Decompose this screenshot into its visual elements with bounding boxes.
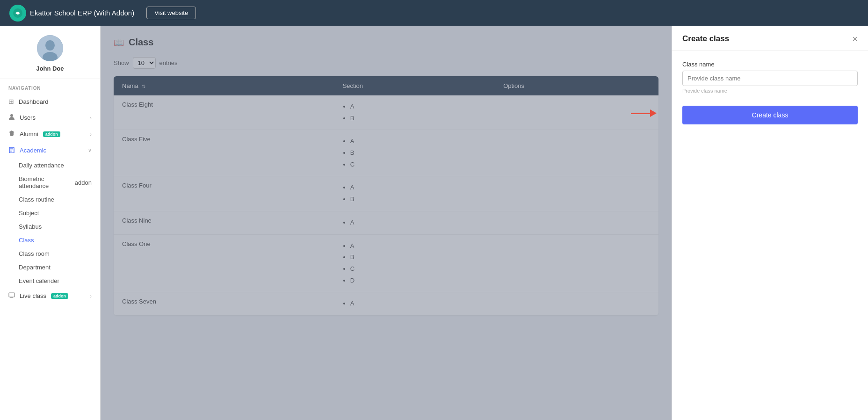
chevron-right-icon: › [90, 131, 92, 137]
academic-icon [8, 146, 15, 154]
sidebar-item-live-class[interactable]: Live class addon › [0, 288, 100, 304]
sidebar-subitem-syllabus[interactable]: Syllabus [0, 220, 100, 233]
sidebar-item-academic[interactable]: Academic ∨ [0, 142, 100, 159]
navbar: Ekattor School ERP (With Addon) Visit we… [0, 0, 868, 26]
sidebar-subitem-daily-attendance[interactable]: Daily attendance [0, 159, 100, 172]
users-icon [8, 114, 15, 122]
class-name-group: Class name Provide class name [682, 61, 858, 94]
sidebar-profile: John Doe [0, 26, 100, 79]
alumni-icon [8, 130, 15, 138]
arrow-head [650, 109, 657, 117]
svg-point-1 [16, 12, 19, 14]
nav-section-label: NAVIGATION [0, 79, 100, 94]
create-class-button[interactable]: Create class [682, 106, 858, 124]
panel-body: Class name Provide class name Create cla… [672, 51, 868, 420]
sidebar-subitem-department[interactable]: Department [0, 261, 100, 274]
live-class-icon [8, 292, 15, 300]
red-arrow [631, 109, 657, 117]
sidebar-item-users[interactable]: Users › [0, 109, 100, 126]
logo-icon [9, 5, 26, 22]
sidebar-item-dashboard[interactable]: ⊞ Dashboard [0, 94, 100, 109]
overlay [101, 26, 672, 420]
sidebar-subitem-class-routine[interactable]: Class routine [0, 193, 100, 206]
sidebar: John Doe NAVIGATION ⊞ Dashboard Users › … [0, 26, 101, 420]
sidebar-subitem-event-calender[interactable]: Event calender [0, 274, 100, 288]
dashboard-icon: ⊞ [8, 98, 14, 105]
class-name-label: Class name [682, 61, 858, 68]
class-name-input[interactable] [682, 71, 858, 86]
profile-name: John Doe [36, 65, 64, 72]
class-name-hint: Provide class name [682, 88, 858, 94]
sidebar-subitem-class[interactable]: Class [0, 233, 100, 247]
visit-website-button[interactable]: Visit website [146, 7, 196, 19]
sidebar-item-label: Academic [20, 147, 46, 154]
chevron-right-icon: › [90, 115, 92, 121]
sidebar-subitem-biometric-attendance[interactable]: Biometric attendance addon [0, 172, 100, 193]
svg-point-3 [45, 40, 55, 51]
addon-badge: addon [51, 293, 68, 299]
avatar [37, 35, 63, 61]
arrow-container: Create class [682, 102, 858, 124]
sidebar-item-label: Live class [20, 292, 46, 299]
brand-name: Ekattor School ERP (With Addon) [30, 9, 134, 17]
chevron-right-icon: › [90, 293, 92, 299]
panel-close-button[interactable]: × [852, 34, 858, 43]
main-layout: John Doe NAVIGATION ⊞ Dashboard Users › … [0, 26, 868, 420]
arrow-line [631, 113, 650, 114]
content-area: 📖 Class Show 10 25 50 entries Nama ⇅ Sec… [101, 26, 672, 420]
sidebar-subitem-subject[interactable]: Subject [0, 206, 100, 220]
addon-badge: addon [43, 131, 60, 137]
panel-header: Create class × [672, 26, 868, 51]
sidebar-subitem-class-room[interactable]: Class room [0, 247, 100, 261]
right-panel: Create class × Class name Provide class … [672, 26, 868, 420]
svg-point-5 [10, 114, 13, 117]
chevron-down-icon: ∨ [88, 147, 92, 153]
sidebar-item-label: Dashboard [19, 98, 49, 105]
sidebar-item-label: Alumni [20, 130, 38, 138]
sidebar-item-alumni[interactable]: Alumni addon › [0, 126, 100, 142]
sidebar-item-label: Users [20, 114, 36, 121]
logo: Ekattor School ERP (With Addon) [9, 5, 134, 22]
panel-title: Create class [682, 34, 729, 43]
svg-rect-10 [9, 293, 14, 297]
addon-badge: addon [75, 179, 92, 186]
